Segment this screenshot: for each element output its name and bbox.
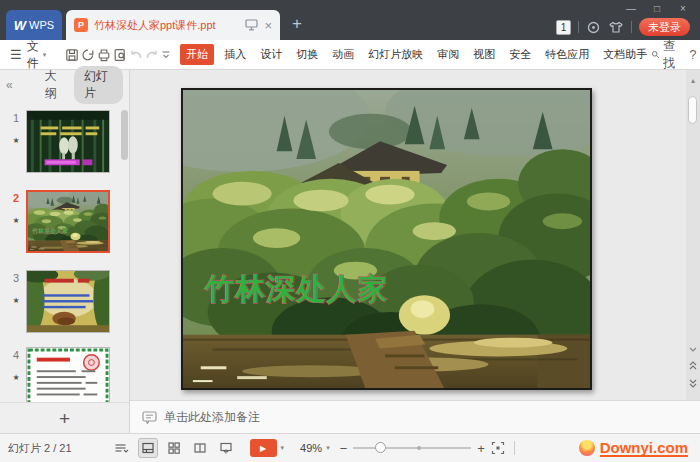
tab-home[interactable]: 开始 <box>180 44 214 65</box>
downyi-logo-icon <box>579 440 595 456</box>
scroll-down-icon[interactable] <box>686 347 700 352</box>
login-button[interactable]: 未登录 <box>639 18 690 36</box>
slide-sorter-view-button[interactable] <box>164 438 184 458</box>
slide-panel: « 大纲 幻灯片 1 ★ <box>0 70 130 433</box>
scroll-up-icon[interactable]: ▴ <box>686 76 700 85</box>
divider <box>631 21 632 33</box>
zoom-out-button[interactable]: − <box>340 441 348 456</box>
divider <box>578 21 579 33</box>
undo-icon[interactable] <box>128 44 144 65</box>
tab-review[interactable]: 审阅 <box>433 44 463 65</box>
thumbnail-list: 1 ★ <box>0 100 129 402</box>
previous-slide-icon[interactable] <box>686 361 700 370</box>
play-options-caret-icon[interactable]: ▾ <box>281 444 285 452</box>
collapse-panel-icon[interactable]: « <box>6 78 13 92</box>
tab-design[interactable]: 设计 <box>256 44 286 65</box>
close-button[interactable]: × <box>670 0 696 17</box>
redo-icon[interactable] <box>144 44 160 65</box>
slide-thumb-row-4[interactable]: 4 ★ <box>6 347 110 402</box>
tab-security[interactable]: 安全 <box>505 44 535 65</box>
output-icon[interactable] <box>80 44 96 65</box>
window-controls: — □ × <box>618 0 696 17</box>
divider <box>514 441 515 455</box>
presentation-mode-icon[interactable] <box>245 19 258 31</box>
skin-shirt-icon[interactable] <box>608 20 624 35</box>
watermark[interactable]: Downyi.com <box>579 440 688 457</box>
slide-number: 3 <box>13 272 19 284</box>
normal-view-button[interactable] <box>138 438 158 458</box>
tab-insert[interactable]: 插入 <box>220 44 250 65</box>
file-menu[interactable]: 文件 <box>27 38 39 72</box>
customize-toolbar-icon[interactable] <box>160 44 172 65</box>
slide2-art <box>28 192 108 251</box>
slide-counter: 幻灯片 2 / 21 <box>8 441 72 456</box>
zoom-caret-icon[interactable]: ▾ <box>326 444 330 452</box>
zoom-slider-handle[interactable] <box>375 442 386 453</box>
notes-placeholder: 单击此处添加备注 <box>164 409 260 426</box>
panel-header: « 大纲 幻灯片 <box>0 70 129 100</box>
slide-number-selected: 2 <box>13 192 19 204</box>
slide3-art <box>27 271 109 332</box>
tab-animation[interactable]: 动画 <box>328 44 358 65</box>
thumbnail-scrollbar[interactable] <box>121 110 128 160</box>
titlebar-right-group: 1 未登录 <box>556 18 690 36</box>
file-caret-icon[interactable]: ▾ <box>43 51 47 59</box>
wps-home-tab[interactable]: W WPS <box>6 10 62 40</box>
wps-logo: W <box>14 18 26 33</box>
tab-transition[interactable]: 切换 <box>292 44 322 65</box>
find-button[interactable]: 查找 <box>651 38 679 72</box>
add-slide-button[interactable]: + <box>59 409 70 428</box>
fit-to-window-icon[interactable] <box>491 441 505 455</box>
scrollbar-thumb[interactable] <box>688 96 697 124</box>
slide-gutter: 4 ★ <box>6 347 26 402</box>
close-tab-icon[interactable]: × <box>264 18 272 33</box>
animation-star-icon: ★ <box>12 296 19 305</box>
print-preview-icon[interactable] <box>112 44 128 65</box>
zoom-slider[interactable] <box>353 447 471 449</box>
message-count-badge[interactable]: 1 <box>556 20 571 35</box>
slide-gutter: 3 ★ <box>6 270 26 333</box>
slide-thumbnail-2-selected[interactable] <box>26 190 110 253</box>
print-icon[interactable] <box>96 44 112 65</box>
tab-outline[interactable]: 大纲 <box>45 68 64 102</box>
notes-bubble-icon <box>142 411 157 424</box>
save-icon[interactable] <box>64 44 80 65</box>
minimize-button[interactable]: — <box>618 0 644 17</box>
animation-star-icon: ★ <box>12 216 19 225</box>
wps-label: WPS <box>29 19 54 31</box>
help-icon[interactable]: ? <box>689 47 696 62</box>
document-tab[interactable]: P 竹林深处人家ppt课件.ppt × <box>66 10 280 40</box>
slide-gutter: 2 ★ <box>6 190 26 253</box>
slide-thumbnail-3[interactable] <box>26 270 110 333</box>
hamburger-menu-icon[interactable]: ☰ <box>10 47 22 62</box>
notes-bar[interactable]: 单击此处添加备注 <box>130 400 700 433</box>
tab-doc-assistant[interactable]: 文档助手 <box>599 44 651 65</box>
slide-painting <box>183 90 590 388</box>
ring-icon[interactable] <box>586 20 601 35</box>
find-label: 查找 <box>663 38 679 72</box>
next-slide-icon[interactable] <box>686 379 700 388</box>
current-slide[interactable] <box>181 88 592 390</box>
play-slideshow-button[interactable]: ▶ <box>250 439 277 457</box>
zoom-slider-tick <box>417 446 421 450</box>
slideshow-view-button[interactable] <box>216 438 236 458</box>
slide-thumbnail-4[interactable] <box>26 347 110 402</box>
watermark-text: Downyi.com <box>600 440 688 457</box>
tab-special-apps[interactable]: 特色应用 <box>541 44 593 65</box>
slide-thumb-row-1[interactable]: 1 ★ <box>6 110 110 173</box>
tab-slides[interactable]: 幻灯片 <box>74 66 123 104</box>
new-tab-button[interactable]: + <box>292 14 302 34</box>
slide-thumb-row-2[interactable]: 2 ★ <box>6 190 110 253</box>
vertical-scrollbar[interactable]: ▴ <box>686 70 700 400</box>
slide-thumbnail-1[interactable] <box>26 110 110 173</box>
zoom-level[interactable]: 49% <box>300 442 322 454</box>
slide1-art <box>27 111 109 172</box>
tab-slideshow[interactable]: 幻灯片放映 <box>364 44 427 65</box>
reading-view-button[interactable] <box>190 438 210 458</box>
zoom-in-button[interactable]: + <box>477 441 485 456</box>
slide-thumb-row-3[interactable]: 3 ★ <box>6 270 110 333</box>
notes-toggle-icon[interactable] <box>112 438 132 458</box>
tab-view[interactable]: 视图 <box>469 44 499 65</box>
titlebar: W WPS P 竹林深处人家ppt课件.ppt × + — □ × 1 <box>0 0 700 40</box>
maximize-button[interactable]: □ <box>644 0 670 17</box>
